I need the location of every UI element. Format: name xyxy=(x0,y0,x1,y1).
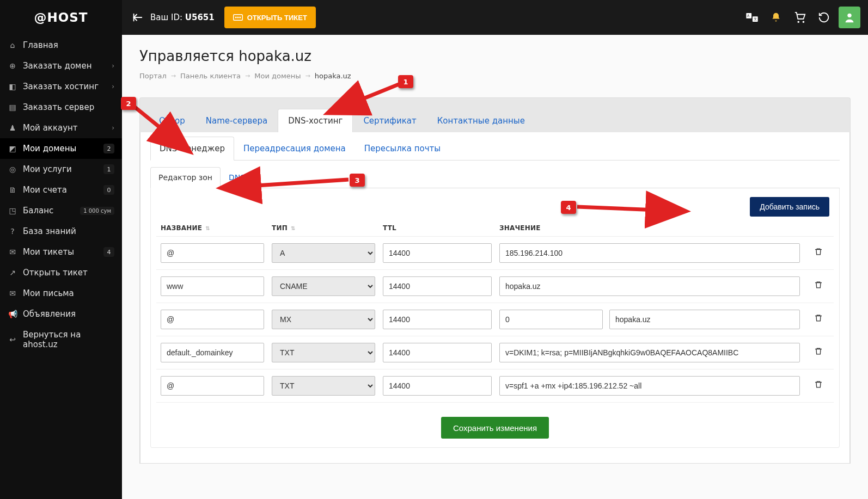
tab-item[interactable]: Обзор xyxy=(149,109,195,132)
user-menu-button[interactable] xyxy=(839,7,860,28)
dns-record-row: MX xyxy=(156,303,834,336)
breadcrumb-item: hopaka.uz xyxy=(315,72,351,80)
sidebar-item[interactable]: ✉Мои тикеты4 xyxy=(0,242,122,262)
sidebar-item[interactable]: ?База знаний xyxy=(0,221,122,242)
delete-record-button[interactable] xyxy=(814,313,823,325)
sidebar-icon: ? xyxy=(8,226,17,236)
topbar: Ваш ID: U5651 ОТКРЫТЬ ТИКЕТ A文 xyxy=(122,0,868,35)
col-header-ttl: TTL xyxy=(383,224,492,232)
svg-point-10 xyxy=(798,21,799,22)
collapse-sidebar-button[interactable] xyxy=(130,10,145,25)
ticket-icon xyxy=(233,14,243,21)
record-mx-host-input[interactable] xyxy=(609,310,800,329)
open-ticket-button[interactable]: ОТКРЫТЬ ТИКЕТ xyxy=(224,7,316,28)
record-ttl-input[interactable] xyxy=(383,243,492,263)
record-type-select[interactable]: MX xyxy=(272,310,375,329)
record-type-select[interactable]: CNAME xyxy=(272,276,375,296)
record-type-select[interactable]: TXT xyxy=(272,343,375,362)
chevron-right-icon: › xyxy=(112,124,114,132)
cart-icon[interactable] xyxy=(791,8,809,27)
sidebar-item[interactable]: 📢Объявления xyxy=(0,304,122,324)
record-name-input[interactable] xyxy=(161,243,264,263)
sidebar-item[interactable]: ◳Баланс1 000 сум xyxy=(0,200,122,221)
breadcrumb-separator: → xyxy=(305,72,310,79)
sidebar-item[interactable]: ▤Заказать сервер xyxy=(0,97,122,118)
refresh-icon[interactable] xyxy=(815,8,833,27)
sidebar-nav: ⌂Главная⊕Заказать домен›◧Заказать хостин… xyxy=(0,35,122,499)
sidebar-item[interactable]: 🗎Мои счета0 xyxy=(0,180,122,200)
breadcrumb-separator: → xyxy=(245,72,250,79)
sidebar-item[interactable]: ⊕Заказать домен› xyxy=(0,56,122,76)
record-value-input[interactable] xyxy=(499,376,800,396)
sidebar-item[interactable]: ↗Открыть тикет xyxy=(0,262,122,283)
sidebar-item[interactable]: ✉Мои письма xyxy=(0,283,122,304)
tab-item[interactable]: DNS-менеджер xyxy=(150,137,234,161)
sidebar-item[interactable]: ⌂Главная xyxy=(0,35,122,56)
record-name-input[interactable] xyxy=(161,310,264,329)
main-area: Ваш ID: U5651 ОТКРЫТЬ ТИКЕТ A文 xyxy=(122,0,868,499)
bell-icon[interactable] xyxy=(767,8,785,27)
tab-item[interactable]: Переадресация домена xyxy=(234,137,355,160)
delete-record-button[interactable] xyxy=(814,380,823,392)
sidebar-icon: ♟ xyxy=(8,123,17,133)
sidebar-item[interactable]: ◩Мои домены2 xyxy=(0,138,122,159)
sidebar-item-label: Баланс xyxy=(23,206,75,215)
sidebar-icon: ✉ xyxy=(8,247,17,257)
sidebar-item[interactable]: ◧Заказать хостинг› xyxy=(0,76,122,97)
user-id-prefix: Ваш ID: xyxy=(150,13,185,22)
sidebar-item-label: Заказать домен xyxy=(23,61,106,71)
record-name-input[interactable] xyxy=(161,343,264,362)
tab-item[interactable]: Контактные данные xyxy=(427,109,535,132)
count-badge: 4 xyxy=(103,247,114,257)
record-ttl-input[interactable] xyxy=(383,276,492,296)
sidebar-item-label: Открыть тикет xyxy=(23,268,114,278)
sidebar-item-label: Мои домены xyxy=(23,144,98,153)
sidebar-item-label: Мои услуги xyxy=(23,164,98,174)
sidebar-icon: ✉ xyxy=(8,288,17,298)
tab-item[interactable]: Сертификат xyxy=(353,109,426,132)
dns-record-row: TXT xyxy=(156,336,834,369)
svg-point-4 xyxy=(237,17,239,18)
record-value-input[interactable] xyxy=(499,243,800,263)
breadcrumb-item[interactable]: Портал xyxy=(139,72,167,80)
tab-item[interactable]: Name-сервера xyxy=(195,109,278,132)
sidebar-item[interactable]: ↩Вернуться на ahost.uz xyxy=(0,324,122,355)
add-record-button[interactable]: Добавить запись xyxy=(750,197,829,217)
record-ttl-input[interactable] xyxy=(383,376,492,396)
record-name-input[interactable] xyxy=(161,276,264,296)
tab-item[interactable]: Редактор зон xyxy=(150,167,221,188)
tabs-sub: DNS-менеджерПереадресация доменаПересылк… xyxy=(150,137,840,161)
tabs-main: ОбзорName-сервераDNS-хостингСертификатКо… xyxy=(140,109,850,132)
breadcrumb-item[interactable]: Панель клиента xyxy=(180,72,241,80)
sidebar-icon: ⌂ xyxy=(8,40,17,50)
sidebar-icon: ◧ xyxy=(8,82,17,91)
record-value-input[interactable] xyxy=(499,343,800,362)
sidebar-item[interactable]: ♟Мой аккаунт› xyxy=(0,118,122,138)
sidebar-icon: ⊕ xyxy=(8,61,17,71)
record-name-input[interactable] xyxy=(161,376,264,396)
dns-record-row: A xyxy=(156,237,834,270)
record-type-select[interactable]: TXT xyxy=(272,376,375,396)
sidebar-icon: ↗ xyxy=(8,268,17,278)
col-header-name[interactable]: НАЗВАНИЕ⇅ xyxy=(161,224,264,232)
sidebar-item-label: Заказать сервер xyxy=(23,102,114,112)
translate-icon[interactable]: A文 xyxy=(743,8,761,27)
col-header-type[interactable]: ТИП⇅ xyxy=(272,224,375,232)
record-ttl-input[interactable] xyxy=(383,310,492,329)
count-badge: 1 xyxy=(103,164,114,174)
record-type-select[interactable]: A xyxy=(272,243,375,263)
tab-item[interactable]: DNSSEC xyxy=(221,167,268,188)
breadcrumb-item[interactable]: Мои домены xyxy=(254,72,301,80)
tab-item[interactable]: DNS-хостинг xyxy=(278,109,353,132)
delete-record-button[interactable] xyxy=(814,247,823,259)
save-button[interactable]: Сохранить изменения xyxy=(441,417,549,439)
sidebar-item-label: Заказать хостинг xyxy=(23,82,106,91)
record-ttl-input[interactable] xyxy=(383,343,492,362)
record-value-input[interactable] xyxy=(499,276,800,296)
record-mx-priority-input[interactable] xyxy=(499,310,603,329)
delete-record-button[interactable] xyxy=(814,347,823,359)
delete-record-button[interactable] xyxy=(814,280,823,292)
sidebar-item[interactable]: ◎Мои услуги1 xyxy=(0,159,122,180)
count-badge: 2 xyxy=(103,144,114,153)
tab-item[interactable]: Пересылка почты xyxy=(355,137,450,160)
